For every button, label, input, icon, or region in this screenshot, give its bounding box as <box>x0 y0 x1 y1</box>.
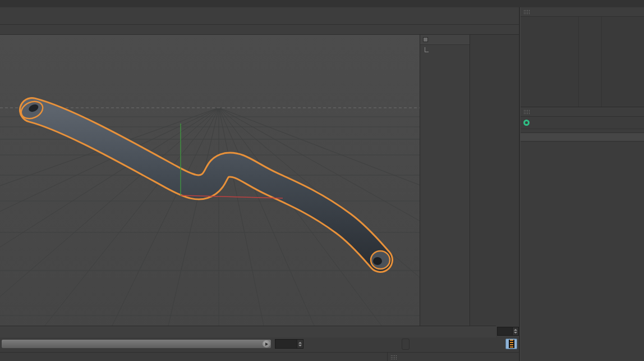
quickdocs-header[interactable] <box>420 35 470 45</box>
coordinate-manager-bar <box>387 353 519 361</box>
command-palette <box>471 35 519 326</box>
quickdocs-document-item[interactable] <box>420 45 470 54</box>
preview-range-slider[interactable] <box>1 339 272 349</box>
frame-number-field[interactable] <box>275 339 303 349</box>
c4d-window <box>0 0 644 361</box>
column-divider <box>601 17 602 107</box>
timeline-ruler[interactable] <box>0 326 496 337</box>
stepper[interactable] <box>297 340 303 348</box>
main-toolbar <box>0 7 519 25</box>
render-preview-button[interactable] <box>505 339 517 349</box>
xpresso-tag-toolbar <box>0 25 519 35</box>
attribute-section-header[interactable] <box>521 132 644 141</box>
pipe-object[interactable] <box>19 98 390 269</box>
pipe-object-icon <box>523 120 530 126</box>
object-manager-menu <box>521 7 644 17</box>
record-buttons <box>402 339 410 350</box>
filmstrip-icon <box>509 340 514 348</box>
object-manager <box>521 7 644 107</box>
viewport-canvas <box>0 35 420 326</box>
transport-bar <box>0 337 519 352</box>
status-bar <box>0 352 519 361</box>
current-frame-field[interactable] <box>497 327 519 336</box>
attribute-manager-menu <box>521 107 644 117</box>
grip-icon[interactable] <box>523 109 530 115</box>
pipe-body <box>32 110 380 260</box>
stepper[interactable] <box>512 327 518 335</box>
quickdocs-panel <box>420 35 470 326</box>
tree-elbow-icon <box>425 47 429 52</box>
attribute-tabs <box>521 129 644 131</box>
grip-icon[interactable] <box>390 355 397 360</box>
object-tree <box>521 17 644 107</box>
quickdocs-icon <box>423 37 428 42</box>
attribute-manager <box>521 107 644 361</box>
grip-icon[interactable] <box>523 10 530 15</box>
viewport[interactable] <box>0 35 420 326</box>
attribute-rows <box>521 141 644 143</box>
perspective-grid <box>0 108 420 326</box>
column-divider <box>578 17 579 107</box>
pipe-open-end-right <box>371 251 390 269</box>
menubar <box>0 0 644 7</box>
attribute-object-title <box>521 117 644 129</box>
range-end-handle[interactable] <box>263 340 270 348</box>
